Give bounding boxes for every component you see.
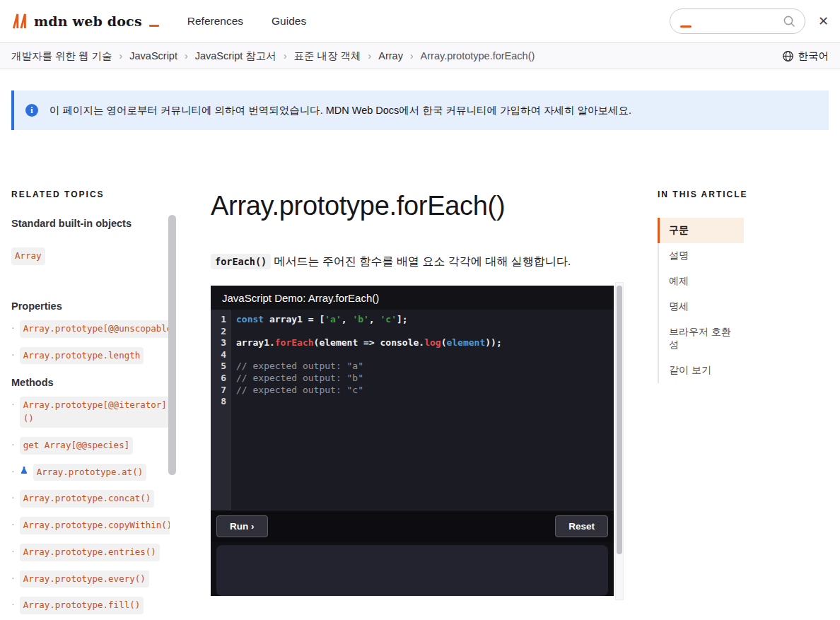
- list-bullet: ·: [11, 571, 15, 585]
- demo-scrollbar[interactable]: [615, 282, 624, 600]
- sidebar-item: ·Array.prototype[@@iterator](): [11, 397, 170, 428]
- translation-banner-text: 이 페이지는 영어로부터 커뮤니티에 의하여 번역되었습니다. MDN Web …: [49, 104, 631, 117]
- demo-code-editor[interactable]: 12345678 const array1 = ['a', 'b', 'c'];…: [211, 310, 614, 510]
- code-line: const array1 = ['a', 'b', 'c'];: [236, 314, 614, 326]
- breadcrumb-item[interactable]: 표준 내장 객체: [294, 49, 361, 63]
- list-bullet: ·: [11, 517, 15, 532]
- nav-references[interactable]: References: [187, 15, 243, 28]
- search-input[interactable]: [692, 16, 782, 27]
- page-title: Array.prototype.forEach(): [211, 189, 614, 222]
- search-icon: [782, 14, 796, 28]
- list-bullet: ·: [11, 490, 15, 505]
- toc-item[interactable]: 설명: [658, 243, 744, 269]
- interactive-demo: JavaScript Demo: Array.forEach() 1234567…: [211, 286, 614, 596]
- list-bullet: ·: [11, 397, 15, 411]
- sidebar-code-link[interactable]: Array.prototype.fill(): [20, 597, 144, 614]
- reset-button[interactable]: Reset: [555, 515, 608, 537]
- toc-item[interactable]: 브라우저 호환성: [658, 320, 744, 358]
- intro-code-chip: forEach(): [211, 254, 271, 269]
- translation-banner: i 이 페이지는 영어로부터 커뮤니티에 의하여 번역되었습니다. MDN We…: [11, 90, 829, 130]
- demo-title: JavaScript Demo: Array.forEach(): [211, 286, 614, 310]
- top-header: mdn web docs References Guides ✕: [0, 0, 840, 42]
- breadcrumb-item[interactable]: Array: [378, 50, 403, 62]
- line-number: 5: [211, 361, 226, 373]
- list-bullet: ·: [11, 544, 15, 558]
- toc-item[interactable]: 예제: [658, 269, 744, 294]
- line-number: 7: [211, 385, 226, 397]
- sidebar-item: ·get Array[@@species]: [11, 437, 170, 455]
- sidebar-item: ·Array.prototype.concat(): [11, 490, 170, 508]
- sidebar-object-link[interactable]: Array: [11, 247, 45, 265]
- nav-guides[interactable]: Guides: [272, 15, 306, 28]
- sidebar-code-link[interactable]: Array.prototype.concat(): [20, 490, 155, 508]
- search-box[interactable]: [670, 8, 805, 34]
- sidebar-item: ·Array.prototype.every(): [11, 571, 170, 588]
- sidebar-code-link[interactable]: Array.prototype.length: [20, 347, 144, 365]
- list-bullet: ·: [11, 464, 15, 479]
- language-label: 한국어: [798, 49, 829, 63]
- sidebar-code-link[interactable]: Array.prototype.every(): [20, 571, 149, 588]
- intro-text: 메서드는 주어진 함수를 배열 요소 각각에 대해 실행합니다.: [271, 255, 571, 267]
- sidebar-code-link[interactable]: get Array[@@species]: [20, 437, 134, 455]
- list-bullet: ·: [11, 597, 15, 612]
- sidebar-code-link[interactable]: Array.prototype.entries(): [20, 544, 160, 561]
- sidebar-item: ·Array.prototype.fill(): [11, 597, 170, 614]
- sidebar-item: ·Array.prototype.at(): [11, 464, 170, 481]
- main-nav: References Guides: [187, 15, 306, 28]
- demo-console-output: [216, 545, 608, 596]
- mdn-logo[interactable]: mdn web docs: [11, 13, 159, 29]
- language-switcher[interactable]: 한국어: [782, 49, 829, 63]
- sidebar-item: ·Array.prototype.length: [11, 347, 170, 365]
- in-this-article: IN THIS ARTICLE 구문설명예제명세브라우저 호환성같이 보기: [658, 189, 778, 383]
- breadcrumb-item[interactable]: Array.prototype.forEach(): [421, 50, 535, 62]
- left-sidebar: RELATED TOPICS Standard built-in objects…: [11, 189, 211, 620]
- breadcrumb: 개발자를 위한 웹 기술›JavaScript›JavaScript 참고서›표…: [11, 49, 535, 63]
- sidebar-root-link[interactable]: Standard built-in objects: [11, 218, 170, 229]
- sidebar-item: ·Array.prototype.entries(): [11, 544, 170, 561]
- breadcrumb-item[interactable]: JavaScript: [129, 50, 177, 62]
- demo-scrollbar-thumb[interactable]: [617, 286, 622, 554]
- search-caret: [680, 25, 692, 28]
- sidebar-item: ·Array.prototype[@@unscopables]: [11, 320, 170, 338]
- breadcrumb-separator: ›: [119, 50, 123, 62]
- list-bullet: ·: [11, 437, 15, 452]
- line-number: 6: [211, 373, 226, 385]
- close-icon[interactable]: ✕: [818, 15, 829, 28]
- code-line: // expected output: "b": [236, 373, 614, 385]
- breadcrumb-separator: ›: [284, 50, 287, 62]
- sidebar-sections: Properties·Array.prototype[@@unscopables…: [11, 300, 170, 620]
- code-line: array1.forEach(element => console.log(el…: [236, 337, 614, 349]
- content-area: RELATED TOPICS Standard built-in objects…: [0, 130, 840, 620]
- sidebar-code-link[interactable]: Array.prototype.copyWithin(): [20, 517, 170, 534]
- toc-item[interactable]: 구문: [658, 218, 744, 243]
- breadcrumb-separator: ›: [185, 50, 188, 62]
- run-button[interactable]: Run ›: [216, 515, 268, 537]
- code-line: // expected output: "c": [236, 385, 614, 397]
- line-number: 8: [211, 396, 226, 408]
- breadcrumb-bar: 개발자를 위한 웹 기술›JavaScript›JavaScript 참고서›표…: [0, 42, 840, 69]
- logo-underscore: [149, 25, 159, 28]
- sidebar-code-link[interactable]: Array.prototype[@@unscopables]: [20, 320, 170, 338]
- toc-list: 구문설명예제명세브라우저 호환성같이 보기: [658, 218, 744, 383]
- sidebar-item: ·Array.prototype.copyWithin(): [11, 517, 170, 534]
- globe-icon: [782, 50, 794, 62]
- demo-button-bar: Run › Reset: [211, 510, 614, 542]
- breadcrumb-item[interactable]: 개발자를 위한 웹 기술: [11, 49, 112, 63]
- breadcrumb-item[interactable]: JavaScript 참고서: [195, 49, 276, 63]
- article-main: Array.prototype.forEach() forEach() 메서드는…: [211, 189, 614, 599]
- toc-item[interactable]: 명세: [658, 294, 744, 320]
- sidebar-section-title[interactable]: Properties: [11, 300, 170, 312]
- toc-item[interactable]: 같이 보기: [658, 358, 744, 383]
- sidebar-scrollbar-thumb[interactable]: [168, 215, 176, 475]
- mdn-logo-icon: [11, 13, 29, 29]
- sidebar-code-link[interactable]: Array.prototype.at(): [33, 464, 147, 481]
- editor-line-numbers: 12345678: [211, 310, 231, 510]
- list-bullet: ·: [11, 320, 15, 335]
- sidebar-section: Methods·Array.prototype[@@iterator]()·ge…: [11, 377, 170, 620]
- line-number: 3: [211, 337, 226, 349]
- line-number: 4: [211, 349, 226, 361]
- toc-heading: IN THIS ARTICLE: [658, 189, 778, 199]
- sidebar-section-title[interactable]: Methods: [11, 377, 170, 388]
- sidebar-code-link[interactable]: Array.prototype[@@iterator](): [20, 397, 170, 428]
- editor-code[interactable]: const array1 = ['a', 'b', 'c'];array1.fo…: [231, 310, 614, 510]
